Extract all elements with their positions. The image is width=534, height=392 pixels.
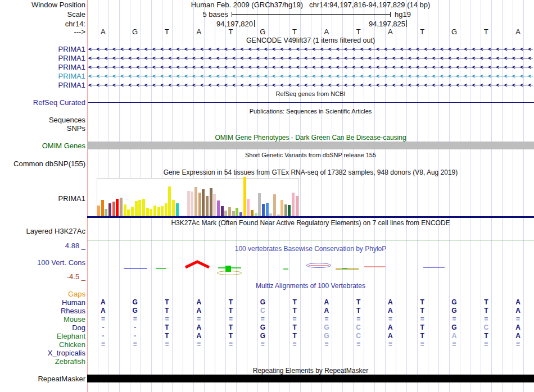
omim-gene-bar[interactable] [87, 142, 534, 149]
repeatmasker-element-bar[interactable] [87, 375, 534, 382]
gtex-tissue-bar[interactable] [280, 200, 283, 216]
refseq-curated-gene-line[interactable] [88, 102, 534, 103]
gtex-tissue-bar[interactable] [127, 209, 130, 216]
phylop-track-title[interactable]: 100 vertebrates Basewise Conservation by… [87, 245, 534, 253]
multiz-aligned-base: A [388, 299, 393, 306]
gencode-transcript-label[interactable]: PRIMA1 [0, 81, 85, 89]
multiz-aligned-base: = [324, 316, 328, 323]
multiz-aligned-base: T [292, 299, 296, 306]
gtex-tissue-bar[interactable] [266, 203, 269, 216]
gtex-tissue-bar[interactable] [146, 208, 149, 216]
multiz-species-label[interactable]: Dog [0, 324, 85, 331]
gtex-tissue-bar[interactable] [161, 206, 164, 216]
gtex-tissue-bar[interactable] [228, 207, 231, 216]
gtex-tissue-bar[interactable] [101, 200, 104, 216]
gtex-tissue-bar[interactable] [288, 205, 291, 216]
position-right-value: 94,197,825 [338, 20, 405, 28]
gtex-tissue-bar[interactable] [202, 189, 205, 216]
gtex-expression-bars[interactable] [97, 177, 298, 216]
gtex-tissue-bar[interactable] [108, 203, 111, 216]
gtex-tissue-bar[interactable] [120, 198, 123, 216]
multiz-species-label[interactable]: Gaps [0, 290, 85, 298]
gencode-transcript-label[interactable]: PRIMA1 [0, 72, 85, 80]
gtex-tissue-bar[interactable] [284, 204, 287, 216]
gtex-tissue-bar[interactable] [194, 187, 197, 216]
gencode-transcript-label[interactable]: PRIMA1 [0, 54, 85, 62]
gtex-tissue-bar[interactable] [116, 199, 119, 216]
gtex-tissue-bar[interactable] [213, 194, 216, 216]
gtex-tissue-bar[interactable] [124, 204, 126, 216]
gencode-transcript-row[interactable]: <<<<<<<<<<<<<<<<<<<<<<<<<<<<<<<<<<<<<<<<… [88, 81, 533, 89]
gtex-tissue-bar[interactable] [258, 193, 261, 216]
publications-track-title[interactable]: Publications: Sequences in Scientific Ar… [87, 108, 534, 115]
gtex-tissue-bar[interactable] [172, 200, 175, 216]
gtex-tissue-bar[interactable] [224, 211, 227, 216]
publications-snps-label[interactable]: SNPs [0, 125, 85, 132]
gencode-track-title[interactable]: GENCODE V49lift37 (1 items filtered out) [87, 37, 534, 44]
multiz-track-title[interactable]: Multiz Alignments of 100 Vertebrates [87, 282, 534, 290]
gtex-tissue-bar[interactable] [273, 194, 276, 216]
gtex-tissue-bar[interactable] [292, 193, 295, 216]
multiz-species-label[interactable]: Mouse [0, 316, 85, 323]
gtex-tissue-bar[interactable] [251, 210, 254, 216]
gencode-transcript-row[interactable]: <<<<<<<<<<<<<<<<<<<<<<<<<<<<<<<<<<<<<<<<… [88, 54, 533, 62]
gtex-gene-label[interactable]: PRIMA1 [0, 195, 85, 202]
omim-track-title[interactable]: OMIM Gene Phenotypes - Dark Green Can Be… [87, 134, 534, 142]
gtex-tissue-bar[interactable] [206, 196, 209, 216]
gtex-track-title[interactable]: Gene Expression in 54 tissues from GTEx … [87, 169, 534, 176]
common-dbsnp-label[interactable]: Common dbSNP(155) [0, 160, 85, 167]
gtex-tissue-bar[interactable] [112, 202, 115, 216]
publications-sequences-label[interactable]: Sequences [0, 116, 85, 124]
multiz-species-label[interactable]: Zebrafish [0, 358, 85, 365]
gtex-tissue-bar[interactable] [262, 204, 265, 216]
h3k27ac-track-title[interactable]: H3K27Ac Mark (Often Found Near Active Re… [87, 220, 534, 227]
gtex-tissue-bar[interactable] [138, 200, 141, 216]
gtex-tissue-bar[interactable] [131, 207, 134, 216]
repeatmasker-track-title[interactable]: Repeating Elements by RepeatMasker [87, 367, 534, 375]
h3k27ac-baseline [87, 240, 534, 240]
gtex-tissue-bar[interactable] [135, 201, 138, 216]
dbsnp-track-title[interactable]: Short Genetic Variants from dbSNP releas… [87, 152, 534, 159]
gtex-tissue-bar[interactable] [247, 199, 250, 216]
gencode-transcript-label[interactable]: PRIMA1 [0, 45, 85, 53]
multiz-species-label[interactable]: Elephant [0, 332, 85, 340]
omim-genes-label[interactable]: OMIM Genes [0, 142, 85, 149]
gtex-tissue-bar[interactable] [217, 200, 220, 216]
gtex-tissue-bar[interactable] [97, 206, 100, 216]
gtex-tissue-bar[interactable] [296, 196, 298, 216]
gtex-tissue-bar[interactable] [168, 186, 171, 216]
gencode-transcript-row[interactable]: <<<<<<<<<<<<<<<<<<<<<<<<<<<<<<<<<<<<<<<<… [88, 72, 533, 80]
gtex-tissue-bar[interactable] [165, 203, 168, 216]
gtex-tissue-bar[interactable] [210, 188, 212, 216]
scale-ruler-tick-left [232, 12, 232, 17]
gencode-transcript-row[interactable]: <<<<<<<<<<<<<<<<<<<<<<<<<<<<<<<<<<<<<<<<… [88, 63, 533, 71]
gtex-tissue-bar[interactable] [157, 207, 160, 216]
gtex-tissue-bar[interactable] [236, 208, 238, 216]
gtex-tissue-bar[interactable] [232, 211, 235, 216]
gtex-tissue-bar[interactable] [243, 177, 246, 216]
gtex-tissue-bar[interactable] [191, 192, 193, 216]
refseq-track-title[interactable]: RefSeq genes from NCBI [87, 90, 534, 98]
multiz-species-label[interactable]: Rhesus [0, 307, 85, 314]
layered-h3k27ac-label[interactable]: Layered H3K27Ac [0, 227, 85, 235]
gtex-tissue-bar[interactable] [187, 191, 190, 216]
gtex-tissue-bar[interactable] [153, 206, 156, 216]
multiz-species-label[interactable]: X_tropicalis [0, 349, 85, 357]
multiz-species-label[interactable]: Chicken [0, 341, 85, 348]
gtex-tissue-bar[interactable] [239, 212, 242, 216]
gtex-tissue-bar[interactable] [176, 203, 179, 216]
strand-direction-arrow[interactable]: ---> [0, 28, 85, 35]
refseq-curated-label[interactable]: RefSeq Curated [0, 99, 85, 106]
gtex-tissue-bar[interactable] [142, 199, 145, 216]
gtex-tissue-bar[interactable] [105, 209, 107, 216]
gencode-transcript-row[interactable]: <<<<<<<<<<<<<<<<<<<<<<<<<<<<<<<<<<<<<<<<… [88, 45, 533, 53]
repeatmasker-label[interactable]: RepeatMasker [0, 375, 85, 382]
gtex-tissue-bar[interactable] [150, 209, 152, 216]
gtex-tissue-bar[interactable] [198, 193, 201, 216]
multiz-species-label[interactable]: Human [0, 299, 85, 306]
conservation-track-label[interactable]: 100 Vert. Cons [0, 259, 85, 266]
gencode-transcript-label[interactable]: PRIMA1 [0, 63, 85, 71]
gtex-tissue-bar[interactable] [221, 206, 224, 216]
scale-label: Scale [0, 11, 85, 18]
multiz-aligned-base: G [451, 324, 456, 331]
